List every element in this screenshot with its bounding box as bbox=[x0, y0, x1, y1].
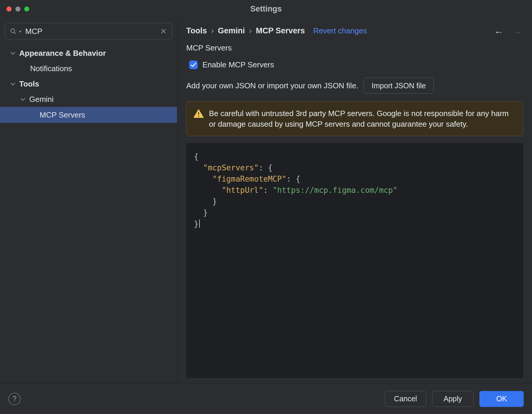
enable-mcp-label: Enable MCP Servers bbox=[202, 60, 274, 69]
sidebar-item-label: MCP Servers bbox=[40, 110, 85, 120]
code-token bbox=[194, 175, 213, 183]
code-line: "mcpServers": { bbox=[194, 162, 517, 173]
help-button[interactable]: ? bbox=[8, 393, 21, 405]
sidebar-item-label: Notifications bbox=[30, 64, 72, 73]
sidebar-item-label: Tools bbox=[19, 79, 39, 89]
help-icon: ? bbox=[12, 395, 17, 403]
import-row: Add your own JSON or import your own JSO… bbox=[186, 78, 524, 94]
minimize-button[interactable] bbox=[15, 6, 20, 12]
chevron-down-icon[interactable] bbox=[11, 50, 15, 55]
warning-text: Be careful with untrusted 3rd party MCP … bbox=[209, 108, 516, 129]
ok-button[interactable]: OK bbox=[479, 391, 524, 407]
search-icon bbox=[10, 28, 17, 35]
settings-tree: Appearance & Behavior Notifications Tool… bbox=[0, 44, 177, 123]
code-line: } bbox=[194, 196, 517, 207]
settings-window: Settings ▾ ✕ Appearance & Behavior bbox=[0, 0, 532, 414]
enable-mcp-checkbox[interactable] bbox=[189, 61, 198, 69]
code-token: { bbox=[194, 152, 199, 161]
code-token: "mcpServers" bbox=[203, 163, 259, 172]
code-line: } bbox=[194, 218, 517, 229]
text-cursor bbox=[199, 219, 200, 228]
sidebar-item-tools[interactable]: Tools bbox=[0, 76, 177, 92]
history-nav: ← → bbox=[494, 25, 524, 36]
code-token: : { bbox=[286, 175, 300, 183]
breadcrumb-mcp-servers: MCP Servers bbox=[256, 26, 305, 35]
revert-changes-link[interactable]: Revert changes bbox=[313, 26, 367, 35]
code-token: } bbox=[194, 219, 199, 228]
json-editor[interactable]: { "mcpServers": { "figmaRemoteMCP": { "h… bbox=[186, 143, 523, 378]
breadcrumb-separator-icon: › bbox=[249, 26, 252, 35]
warning-icon bbox=[194, 109, 204, 118]
code-line: "httpUrl": "https://mcp.figma.com/mcp" bbox=[194, 185, 517, 196]
zoom-button[interactable] bbox=[24, 6, 29, 12]
chevron-down-icon[interactable] bbox=[11, 81, 15, 85]
breadcrumb-tools[interactable]: Tools bbox=[186, 26, 207, 35]
settings-sidebar: ▾ ✕ Appearance & Behavior Notifications … bbox=[0, 18, 177, 383]
code-line: } bbox=[194, 207, 517, 218]
forward-arrow-icon: → bbox=[512, 25, 522, 36]
code-token: } bbox=[194, 197, 217, 206]
sidebar-item-label: Appearance & Behavior bbox=[19, 49, 106, 58]
code-token: : bbox=[263, 186, 273, 195]
code-token: "httpUrl" bbox=[222, 186, 263, 195]
code-token: } bbox=[194, 208, 208, 217]
titlebar: Settings bbox=[0, 0, 532, 18]
enable-mcp-row[interactable]: Enable MCP Servers bbox=[186, 60, 524, 69]
sidebar-item-notifications[interactable]: Notifications bbox=[0, 61, 177, 76]
breadcrumb-gemini[interactable]: Gemini bbox=[218, 26, 245, 35]
code-line: "figmaRemoteMCP": { bbox=[194, 173, 517, 185]
close-button[interactable] bbox=[7, 6, 12, 12]
cancel-button[interactable]: Cancel bbox=[385, 391, 426, 407]
breadcrumb: Tools › Gemini › MCP Servers Revert chan… bbox=[186, 25, 524, 36]
chevron-down-icon[interactable] bbox=[21, 96, 25, 101]
window-controls bbox=[7, 0, 29, 18]
search-box[interactable]: ▾ ✕ bbox=[5, 23, 172, 40]
apply-button[interactable]: Apply bbox=[432, 391, 473, 407]
section-divider bbox=[237, 48, 524, 48]
footer-buttons: Cancel Apply OK bbox=[385, 391, 524, 407]
sidebar-item-appearance-behavior[interactable]: Appearance & Behavior bbox=[0, 45, 177, 61]
code-line: { bbox=[194, 151, 517, 162]
window-title: Settings bbox=[250, 4, 282, 14]
code-token: "https://mcp.figma.com/mcp" bbox=[273, 186, 398, 195]
sidebar-item-label: Gemini bbox=[29, 95, 53, 104]
code-token bbox=[194, 186, 222, 195]
page-title: MCP Servers bbox=[186, 43, 232, 53]
checkmark-icon bbox=[191, 63, 196, 67]
code-token bbox=[194, 163, 203, 172]
import-description: Add your own JSON or import your own JSO… bbox=[186, 81, 358, 90]
dialog-footer: ? Cancel Apply OK bbox=[0, 383, 532, 414]
code-token: "figmaRemoteMCP" bbox=[213, 175, 286, 183]
warning-banner: Be careful with untrusted 3rd party MCP … bbox=[186, 101, 523, 136]
search-input[interactable] bbox=[25, 27, 158, 36]
code-token: : { bbox=[259, 163, 273, 172]
back-arrow-icon[interactable]: ← bbox=[494, 25, 504, 36]
import-json-button[interactable]: Import JSON file bbox=[364, 78, 434, 94]
sidebar-item-mcp-servers[interactable]: MCP Servers bbox=[0, 107, 177, 123]
search-options-icon[interactable]: ▾ bbox=[19, 29, 21, 34]
search-wrap: ▾ ✕ bbox=[0, 18, 177, 44]
sidebar-item-gemini[interactable]: Gemini bbox=[0, 92, 177, 107]
breadcrumb-separator-icon: › bbox=[211, 26, 214, 35]
section-header: MCP Servers bbox=[186, 43, 524, 53]
search-clear-icon[interactable]: ✕ bbox=[160, 27, 167, 36]
settings-content: Tools › Gemini › MCP Servers Revert chan… bbox=[177, 18, 532, 383]
